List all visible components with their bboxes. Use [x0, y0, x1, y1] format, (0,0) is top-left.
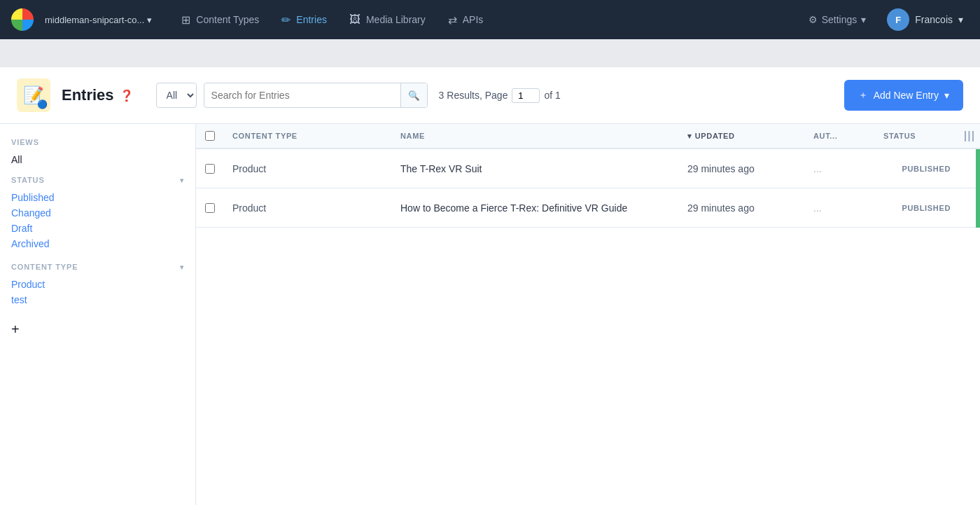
search-input[interactable]: [204, 85, 400, 105]
updated-column-header[interactable]: ▾ UPDATED: [679, 125, 805, 148]
sidebar-item-draft[interactable]: Draft: [11, 221, 184, 236]
columns-icon: |||: [964, 130, 975, 142]
page-title: Entries: [62, 86, 114, 104]
status-column-header: STATUS: [875, 125, 959, 147]
settings-chevron-icon: ▾: [861, 14, 866, 25]
content-type-filter[interactable]: All: [156, 83, 197, 108]
brand-area: middleman-snipcart-co... ▾: [11, 8, 158, 31]
main-content: CONTENT TYPE NAME ▾ UPDATED AUT... STATU…: [196, 124, 980, 505]
nav-label-entries: Entries: [296, 14, 327, 25]
avatar: F: [887, 8, 909, 31]
content-types-icon: ⊞: [181, 13, 190, 27]
nav-label-apis: APIs: [463, 14, 484, 25]
user-menu-button[interactable]: F Francois ▾: [881, 6, 969, 34]
views-section-title: VIEWS: [11, 138, 184, 146]
row-2-status-bar: [976, 188, 980, 228]
status-caret-icon: ▾: [180, 177, 184, 184]
nav-item-content-types[interactable]: ⊞ Content Types: [172, 8, 269, 32]
subheader: [0, 39, 980, 67]
add-icon: ＋: [858, 89, 868, 102]
row-1-status: PUBLISHED: [875, 156, 959, 181]
content-type-section-title[interactable]: CONTENT TYPE ▾: [11, 263, 184, 271]
project-chevron-icon: ▾: [147, 15, 152, 25]
sidebar-item-all[interactable]: All: [11, 152, 184, 167]
entry-row-1[interactable]: Product The T-Rex VR Suit 29 minutes ago…: [196, 149, 980, 188]
page-total: of 1: [544, 90, 560, 101]
author-column-header: AUT...: [805, 125, 875, 147]
add-chevron-icon: ▾: [944, 90, 949, 101]
row-2-name: How to Become a Fierce T-Rex: Definitive…: [392, 194, 679, 222]
row-1-content-type: Product: [224, 155, 392, 183]
row-2-status: PUBLISHED: [875, 195, 959, 221]
page-number-input[interactable]: [512, 88, 540, 103]
sidebar-item-product[interactable]: Product: [11, 277, 184, 292]
table-row: Product The T-Rex VR Suit 29 minutes ago…: [196, 149, 980, 188]
entry-row-2[interactable]: Product How to Become a Fierce T-Rex: De…: [196, 188, 980, 228]
sidebar-item-published[interactable]: Published: [11, 190, 184, 205]
row-1-status-bar: [976, 149, 980, 188]
table-row: Product How to Become a Fierce T-Rex: De…: [196, 188, 980, 228]
checkbox-column-header: [196, 124, 224, 148]
add-button-label: Add New Entry: [874, 90, 939, 101]
results-text: 3 Results, Page: [439, 90, 508, 101]
page-header: 📝 🔵 Entries ❓ All 🔍 3 Results, Page of 1…: [0, 67, 980, 124]
columns-toggle[interactable]: |||: [959, 130, 980, 142]
nav-item-media-library[interactable]: 🖼 Media Library: [340, 8, 435, 32]
help-icon[interactable]: ❓: [120, 89, 134, 102]
search-wrapper: 🔍: [204, 83, 428, 108]
select-all-checkbox[interactable]: [205, 131, 215, 141]
name-column-header: NAME: [392, 125, 679, 147]
project-name: middleman-snipcart-co...: [45, 15, 144, 25]
search-button[interactable]: 🔍: [400, 83, 427, 107]
sidebar-item-changed[interactable]: Changed: [11, 205, 184, 221]
nav-label-content-types: Content Types: [196, 14, 259, 25]
media-library-icon: 🖼: [349, 13, 360, 26]
row-1-name: The T-Rex VR Suit: [392, 155, 679, 183]
nav-items: ⊞ Content Types ✏ Entries 🖼 Media Librar…: [172, 8, 795, 32]
sidebar-item-test[interactable]: test: [11, 292, 184, 307]
row-2-author: ...: [805, 194, 875, 222]
row-1-checkbox-cell: [196, 155, 224, 182]
content-type-caret-icon: ▾: [180, 263, 184, 271]
add-new-entry-button[interactable]: ＋ Add New Entry ▾: [844, 80, 963, 111]
entries-icon: ✏: [281, 13, 290, 27]
settings-label: Settings: [822, 14, 858, 25]
nav-label-media-library: Media Library: [366, 14, 426, 25]
nav-item-entries[interactable]: ✏ Entries: [272, 8, 337, 32]
add-content-type-button[interactable]: +: [11, 321, 20, 338]
page-title-group: Entries ❓: [62, 86, 134, 104]
row-2-updated: 29 minutes ago: [679, 194, 805, 222]
user-chevron-icon: ▾: [958, 14, 963, 25]
apis-icon: ⇄: [448, 13, 457, 27]
header-filters: All 🔍: [156, 83, 428, 108]
row-2-checkbox-cell: [196, 195, 224, 221]
content-type-column-header: CONTENT TYPE: [224, 125, 392, 147]
table-container: CONTENT TYPE NAME ▾ UPDATED AUT... STATU…: [196, 124, 980, 228]
project-selector[interactable]: middleman-snipcart-co... ▾: [39, 12, 158, 28]
nav-right: ⚙ Settings ▾ F Francois ▾: [799, 6, 969, 34]
settings-gear-icon: ⚙: [808, 14, 818, 25]
results-info: 3 Results, Page of 1: [439, 88, 561, 103]
brand-logo: [11, 8, 34, 31]
settings-button[interactable]: ⚙ Settings ▾: [799, 8, 876, 31]
row-1-updated: 29 minutes ago: [679, 155, 805, 183]
sidebar: VIEWS All STATUS ▾ Published Changed Dra…: [0, 124, 196, 505]
page-icon: 📝 🔵: [17, 78, 50, 112]
nav-item-apis[interactable]: ⇄ APIs: [438, 8, 493, 32]
table-header: CONTENT TYPE NAME ▾ UPDATED AUT... STATU…: [196, 124, 980, 149]
status-section-title[interactable]: STATUS ▾: [11, 176, 184, 184]
row-1-checkbox[interactable]: [205, 164, 215, 174]
user-name: Francois: [915, 14, 953, 25]
row-2-content-type: Product: [224, 194, 392, 222]
sidebar-item-archived[interactable]: Archived: [11, 236, 184, 251]
entries-badge-icon: 🔵: [37, 99, 48, 109]
main-layout: VIEWS All STATUS ▾ Published Changed Dra…: [0, 124, 980, 505]
top-navigation: middleman-snipcart-co... ▾ ⊞ Content Typ…: [0, 0, 980, 39]
row-1-author: ...: [805, 155, 875, 183]
row-2-checkbox[interactable]: [205, 203, 215, 213]
